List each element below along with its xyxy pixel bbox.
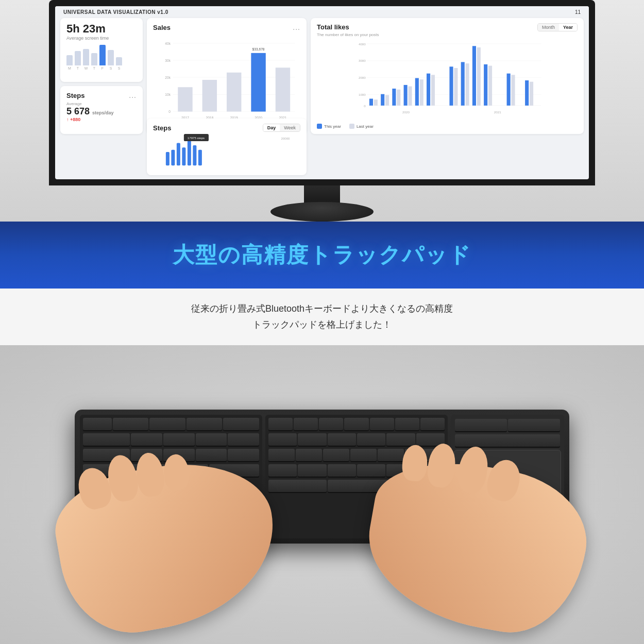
last-year-label: Last year <box>357 124 374 129</box>
day-s: S <box>108 66 114 70</box>
svg-rect-43 <box>427 74 430 106</box>
svg-text:20k: 20k <box>165 76 171 79</box>
svg-rect-54 <box>511 75 515 106</box>
key-comma <box>357 464 385 477</box>
screen-title: UNIVERSAL DATA VISUALIZATION v1.0 <box>63 9 168 15</box>
key-f6 <box>294 418 318 430</box>
week-toggle[interactable]: Week <box>280 124 300 131</box>
steps-large-title: Steps <box>153 124 171 132</box>
svg-rect-38 <box>397 90 400 106</box>
svg-text:40k: 40k <box>165 42 171 45</box>
svg-rect-34 <box>374 99 378 106</box>
sales-chart: 40k 30k 20k 10k 0 2017 2018 <box>153 33 300 126</box>
day-s2: S <box>116 66 122 70</box>
svg-text:2020: 2020 <box>402 110 410 114</box>
key-h <box>296 449 322 461</box>
svg-rect-50 <box>477 47 481 106</box>
keyboard-section <box>0 345 644 644</box>
steps-value: 5 678 steps/day <box>66 106 137 117</box>
day-toggle[interactable]: Day <box>263 124 280 131</box>
svg-rect-56 <box>530 82 533 106</box>
day-m: M <box>66 66 73 70</box>
bar-sun <box>116 57 122 65</box>
svg-rect-41 <box>415 78 419 106</box>
bar-tue <box>75 51 81 65</box>
svg-rect-61 <box>188 141 191 165</box>
svg-rect-57 <box>166 152 170 165</box>
svg-rect-53 <box>507 74 511 106</box>
svg-rect-58 <box>171 150 175 166</box>
last-year-legend: Last year <box>349 124 374 129</box>
svg-rect-12 <box>202 80 217 112</box>
keyboard-background <box>0 345 644 644</box>
feature-section: 大型の高精度トラックパッド <box>0 222 644 289</box>
key-f5 <box>268 418 293 430</box>
svg-text:17975 steps: 17975 steps <box>188 136 205 140</box>
feature-title: 大型の高精度トラックパッド <box>173 241 471 269</box>
steps-unit: steps/day <box>92 110 114 115</box>
svg-text:$33,678: $33,678 <box>252 47 265 51</box>
bar-fri <box>99 45 106 65</box>
svg-rect-49 <box>472 46 476 106</box>
key-f8 <box>344 418 368 430</box>
svg-text:10k: 10k <box>165 93 171 96</box>
key-j <box>323 449 349 461</box>
svg-rect-47 <box>461 62 465 105</box>
description-line2: トラックパッドを格上げました！ <box>252 318 392 332</box>
description-section: 従来の折り畳み式Bluetoothキーボードより大きくなるの高精度 トラックパッ… <box>0 289 644 345</box>
svg-rect-19 <box>276 67 290 111</box>
steps-small-card: Steps ... Average 5 678 steps/day ↑ +880 <box>60 86 143 134</box>
key-b <box>268 464 297 477</box>
key-i <box>357 433 385 446</box>
sales-title: Sales <box>153 24 171 31</box>
key-f10 <box>395 418 419 430</box>
svg-rect-40 <box>408 87 412 106</box>
svg-rect-44 <box>431 75 435 106</box>
monitor-bezel: UNIVERSAL DATA VISUALIZATION v1.0 11 5h … <box>49 0 595 185</box>
key-g <box>268 449 295 461</box>
svg-rect-60 <box>182 147 185 165</box>
sales-svg: 40k 30k 20k 10k 0 2017 2018 <box>153 33 300 126</box>
svg-rect-63 <box>198 150 202 166</box>
svg-rect-59 <box>177 143 180 166</box>
keyboard-area <box>75 410 569 580</box>
this-year-legend: This year <box>317 124 341 129</box>
steps-large-header: Steps Day Week <box>153 124 300 132</box>
screen-time-chart <box>66 45 137 65</box>
key-f11 <box>420 418 445 430</box>
svg-text:4000: 4000 <box>359 42 366 46</box>
monitor-stand-neck <box>304 185 340 204</box>
steps-large-card: Steps Day Week <box>147 118 307 175</box>
description-line1: 従来の折り畳み式Bluetoothキーボードより大きくなるの高精度 <box>191 302 453 316</box>
day-w: W <box>83 66 89 70</box>
monitor-stand-base <box>270 202 374 222</box>
key-alt-option <box>268 480 327 492</box>
this-year-label: This year <box>324 124 341 129</box>
bar-mon <box>66 55 73 65</box>
steps-toggle: Day Week <box>263 124 300 132</box>
key-t <box>268 433 297 446</box>
svg-rect-46 <box>454 68 457 106</box>
steps-chart-area: 17975 steps 20000 <box>153 134 300 170</box>
year-toggle[interactable]: Year <box>559 24 577 31</box>
key-3 <box>187 418 223 430</box>
key-d <box>196 449 227 461</box>
last-year-color <box>349 124 354 129</box>
day-f: F <box>99 66 106 70</box>
likes-chart: 4000 3000 2000 1000 0 2020 2021 <box>317 39 578 122</box>
steps-menu[interactable]: ... <box>129 91 137 99</box>
svg-text:30k: 30k <box>165 59 171 62</box>
likes-svg: 4000 3000 2000 1000 0 2020 2021 <box>317 39 578 122</box>
svg-rect-39 <box>404 85 408 106</box>
svg-rect-52 <box>488 66 492 106</box>
key-2 <box>149 418 185 430</box>
svg-text:3000: 3000 <box>359 59 366 62</box>
key-pg <box>455 434 560 447</box>
sales-menu[interactable]: ... <box>293 23 300 31</box>
key-f12 <box>455 419 507 431</box>
page-number: 11 <box>575 9 581 15</box>
month-toggle[interactable]: Month <box>538 24 559 31</box>
sales-header: Sales ... <box>153 23 300 31</box>
svg-rect-37 <box>392 89 396 106</box>
svg-rect-42 <box>420 79 423 106</box>
